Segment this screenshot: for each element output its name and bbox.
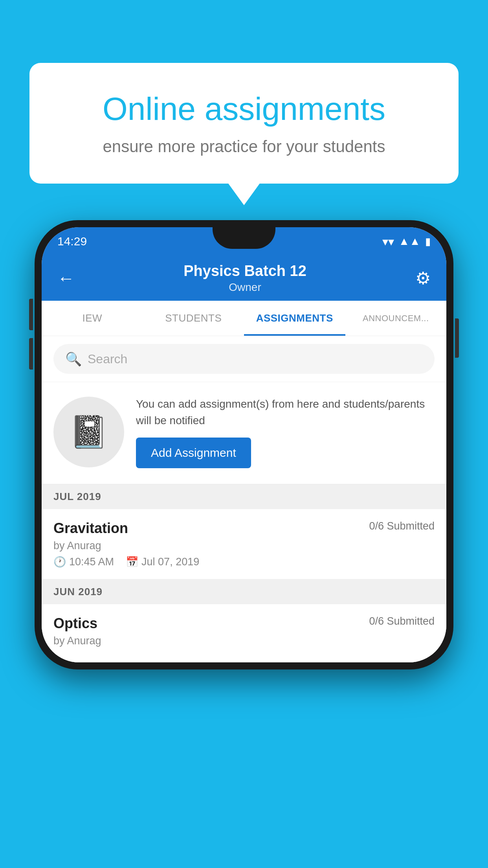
signal-icon: ▲▲ — [399, 235, 420, 248]
optics-by: by Anurag — [53, 635, 435, 647]
speech-bubble-title: Online assignments — [61, 90, 427, 127]
jun-section-label: JUN 2019 — [53, 586, 103, 598]
settings-button[interactable]: ⚙ — [415, 268, 431, 288]
notebook-icon: 📓 — [69, 414, 108, 451]
promo-text-area: You can add assignment(s) from here and … — [136, 396, 435, 468]
gravitation-time-row: 🕐 10:45 AM 📅 Jul 07, 2019 — [53, 556, 435, 568]
power-button — [455, 318, 459, 358]
back-button[interactable]: ← — [57, 268, 75, 288]
calendar-icon: 📅 — [126, 556, 138, 568]
phone-wrapper: 14:29 ▾▾ ▲▲ ▮ ← Physics Batch 12 Owner ⚙… — [35, 220, 453, 669]
volume-up-button — [29, 299, 33, 330]
speech-bubble-subtitle: ensure more practice for your students — [61, 137, 427, 156]
gravitation-submitted: 0/6 Submitted — [369, 520, 435, 532]
gravitation-by: by Anurag — [53, 540, 435, 552]
gravitation-assignment[interactable]: Gravitation 0/6 Submitted by Anurag 🕐 10… — [42, 509, 446, 579]
batch-subtitle: Owner — [75, 281, 415, 294]
jun-section-header: JUN 2019 — [42, 579, 446, 604]
promo-icon-circle: 📓 — [53, 397, 124, 467]
search-placeholder: Search — [88, 352, 127, 366]
optics-submitted: 0/6 Submitted — [369, 615, 435, 627]
tab-students[interactable]: STUDENTS — [143, 301, 244, 336]
wifi-icon: ▾▾ — [382, 235, 394, 248]
tab-assignments[interactable]: ASSIGNMENTS — [244, 301, 345, 336]
gravitation-name: Gravitation — [53, 520, 128, 537]
add-assignment-button[interactable]: Add Assignment — [136, 438, 251, 468]
search-bar[interactable]: 🔍 Search — [53, 344, 435, 374]
jul-section-label: JUL 2019 — [53, 491, 101, 502]
optics-name: Optics — [53, 615, 97, 632]
optics-assignment[interactable]: Optics 0/6 Submitted by Anurag — [42, 604, 446, 662]
batch-title: Physics Batch 12 — [75, 263, 415, 280]
volume-down-button — [29, 338, 33, 370]
status-time: 14:29 — [57, 235, 87, 248]
gravitation-time-value: 10:45 AM — [69, 556, 114, 568]
speech-bubble-wrapper: Online assignments ensure more practice … — [29, 63, 459, 184]
gravitation-time: 🕐 10:45 AM — [53, 556, 114, 568]
app-header: ← Physics Batch 12 Owner ⚙ — [42, 256, 446, 301]
tab-announcements[interactable]: ANNOUNCEM... — [345, 301, 447, 336]
speech-bubble: Online assignments ensure more practice … — [29, 63, 459, 184]
phone-notch — [213, 227, 275, 249]
jul-section-header: JUL 2019 — [42, 484, 446, 509]
promo-card: 📓 You can add assignment(s) from here an… — [42, 382, 446, 484]
tabs-bar: IEW STUDENTS ASSIGNMENTS ANNOUNCEM... — [42, 301, 446, 336]
battery-icon: ▮ — [425, 235, 431, 248]
clock-icon: 🕐 — [53, 556, 66, 568]
phone-screen: 14:29 ▾▾ ▲▲ ▮ ← Physics Batch 12 Owner ⚙… — [42, 227, 446, 662]
promo-description: You can add assignment(s) from here and … — [136, 396, 435, 429]
status-bar: 14:29 ▾▾ ▲▲ ▮ — [42, 227, 446, 256]
gravitation-date-value: Jul 07, 2019 — [141, 556, 199, 568]
gravitation-date: 📅 Jul 07, 2019 — [126, 556, 199, 568]
status-icons: ▾▾ ▲▲ ▮ — [382, 235, 431, 248]
optics-top-row: Optics 0/6 Submitted — [53, 615, 435, 632]
search-container: 🔍 Search — [42, 336, 446, 382]
tab-iew[interactable]: IEW — [42, 301, 143, 336]
search-icon: 🔍 — [65, 351, 82, 367]
phone-outer: 14:29 ▾▾ ▲▲ ▮ ← Physics Batch 12 Owner ⚙… — [35, 220, 453, 669]
header-title-group: Physics Batch 12 Owner — [75, 263, 415, 294]
gravitation-top-row: Gravitation 0/6 Submitted — [53, 520, 435, 537]
